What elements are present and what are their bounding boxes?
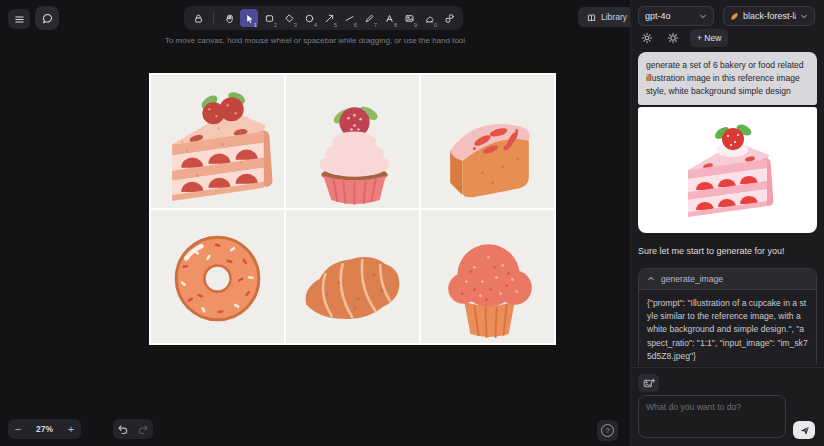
lock-icon <box>192 12 205 25</box>
tool-draw[interactable]: 7 <box>360 9 378 27</box>
user-message: generate a set of 6 bakery or food relat… <box>638 52 817 105</box>
canvas-area[interactable]: 1 2 3 4 <box>0 0 630 446</box>
tool-more-tools[interactable] <box>440 9 458 27</box>
provider-select[interactable]: black-forest-lat <box>723 6 815 26</box>
provider-logo-icon <box>730 12 739 21</box>
tool-lock[interactable] <box>189 9 207 27</box>
cupcake-illustration <box>287 76 418 207</box>
new-chat-button[interactable]: + New <box>690 29 728 47</box>
reference-image[interactable] <box>638 107 817 233</box>
toolbar-divider <box>213 12 214 24</box>
tool-call-block: generate_image {"prompt": "Illustration … <box>638 268 817 366</box>
model-select[interactable]: gpt-4o <box>638 6 714 26</box>
sun-icon <box>667 32 679 44</box>
gear-icon <box>641 32 653 44</box>
tool-shortcut: 9 <box>414 22 417 28</box>
undo-icon <box>117 423 129 435</box>
chevron-up-icon <box>647 275 655 282</box>
canvas-image-loaf-cake[interactable] <box>421 75 554 208</box>
tool-hand[interactable] <box>220 9 238 27</box>
tool-line[interactable]: 6 <box>340 9 358 27</box>
assistant-message: Sure let me start to generate for you! <box>638 246 817 256</box>
undo-button[interactable] <box>113 419 133 439</box>
tool-call-name: generate_image <box>661 274 723 284</box>
send-paper-plane-icon <box>799 425 810 436</box>
canvas-image-donut[interactable] <box>151 210 284 343</box>
image-plus-icon <box>643 378 655 389</box>
loaf-cake-illustration <box>422 76 553 207</box>
hamburger-icon <box>13 13 26 26</box>
library-button[interactable]: Library <box>578 7 635 27</box>
hand-icon <box>223 12 236 25</box>
tool-ellipse[interactable]: 4 <box>300 9 318 27</box>
canvas-image-grid <box>149 73 556 345</box>
chevron-down-icon <box>699 13 707 20</box>
tool-text[interactable]: 8 <box>380 9 398 27</box>
reference-cake-illustration <box>672 114 784 226</box>
history-controls <box>113 419 153 439</box>
library-book-icon <box>586 12 597 23</box>
tool-shortcut: 3 <box>294 22 297 28</box>
more-tools-shapes-icon <box>443 12 456 25</box>
theme-toggle-button[interactable] <box>664 30 681 47</box>
library-label: Library <box>601 12 627 22</box>
canvas-image-muffin[interactable] <box>421 210 554 343</box>
muffin-illustration <box>422 211 553 342</box>
donut-illustration <box>152 211 283 342</box>
tool-shortcut: 5 <box>334 22 337 28</box>
tool-shortcut: 7 <box>374 22 377 28</box>
chat-bubble-icon <box>41 12 54 25</box>
redo-button[interactable] <box>133 419 153 439</box>
send-button[interactable] <box>793 421 815 439</box>
chat-messages: generate a set of 6 bakery or food relat… <box>638 52 817 366</box>
tool-eraser[interactable]: 0 <box>420 9 438 27</box>
redo-icon <box>137 423 149 435</box>
tool-shortcut: 6 <box>354 22 357 28</box>
composer-divider <box>631 367 824 368</box>
zoom-controls: − 27% + <box>8 419 81 439</box>
tool-rectangle[interactable]: 2 <box>260 9 278 27</box>
tool-shortcut: 4 <box>314 22 317 28</box>
chat-actions-row: + New <box>638 29 728 47</box>
tool-shortcut: 0 <box>434 22 437 28</box>
attach-image-button[interactable] <box>638 374 659 392</box>
chevron-down-icon <box>800 13 808 20</box>
canvas-image-cupcake[interactable] <box>286 75 419 208</box>
cake-slice-illustration <box>152 76 283 207</box>
tool-call-header[interactable]: generate_image <box>639 269 816 289</box>
chat-panel: gpt-4o black-forest-lat <box>630 0 824 446</box>
model-select-value: gpt-4o <box>645 11 671 21</box>
model-selectors-row: gpt-4o black-forest-lat <box>638 6 815 26</box>
canvas-image-croissant[interactable] <box>286 210 419 343</box>
app-window: 1 2 3 4 <box>0 0 824 446</box>
tool-image[interactable]: 9 <box>400 9 418 27</box>
tool-shortcut: 2 <box>274 22 277 28</box>
provider-select-value: black-forest-lat <box>743 11 796 21</box>
settings-button[interactable] <box>638 30 655 47</box>
croissant-illustration <box>287 211 418 342</box>
help-button[interactable]: ? <box>597 420 618 441</box>
zoom-out-button[interactable]: − <box>8 419 28 439</box>
chat-input[interactable] <box>638 395 786 438</box>
tool-selection[interactable]: 1 <box>240 9 258 27</box>
main-menu-button[interactable] <box>8 9 30 29</box>
tool-arrow[interactable]: 5 <box>320 9 338 27</box>
zoom-level[interactable]: 27% <box>28 424 61 434</box>
tool-call-arguments: {"prompt": "Illustration of a cupcake in… <box>639 289 816 366</box>
tool-toolbar: 1 2 3 4 <box>184 6 463 30</box>
tool-shortcut: 1 <box>254 22 257 28</box>
canvas-hint-text: To move canvas, hold mouse wheel or spac… <box>0 36 630 45</box>
chat-toggle-button[interactable] <box>35 6 59 30</box>
question-mark-icon: ? <box>601 424 614 437</box>
zoom-in-button[interactable]: + <box>61 419 81 439</box>
tool-diamond[interactable]: 3 <box>280 9 298 27</box>
canvas-image-cake-slice[interactable] <box>151 75 284 208</box>
tool-shortcut: 8 <box>394 22 397 28</box>
